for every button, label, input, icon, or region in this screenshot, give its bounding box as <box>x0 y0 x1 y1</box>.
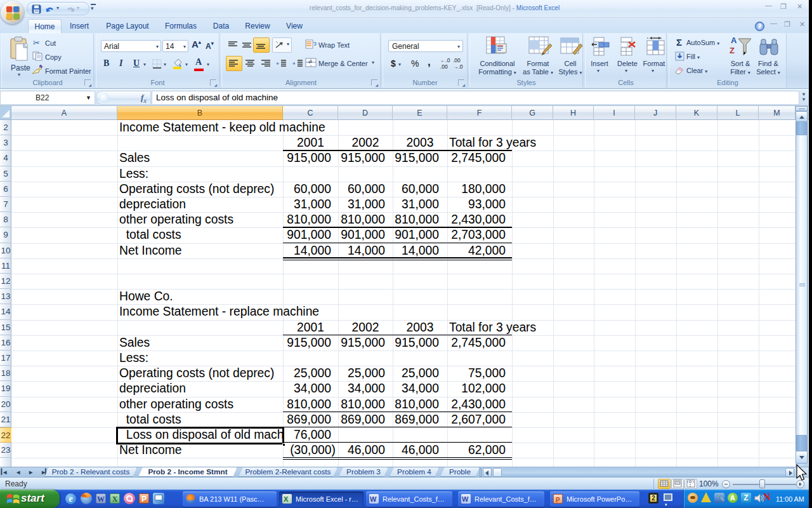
svg-text:a: a <box>310 59 312 64</box>
